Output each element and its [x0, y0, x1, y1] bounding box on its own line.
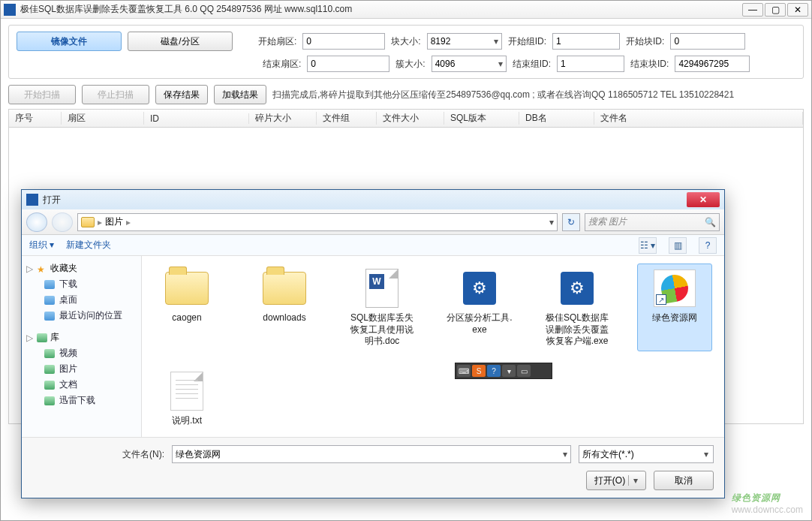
- search-icon: 🔍: [705, 217, 716, 227]
- open-dialog: 打开 ✕ ▸ 图片 ▸ ▾ ↻ 搜索 图片 🔍 组织 ▾ 新建文件夹 ☷ ▾ ▥…: [21, 189, 725, 498]
- col-frag[interactable]: 碎片大小: [249, 112, 317, 125]
- save-result-button[interactable]: 保存结果: [155, 85, 208, 104]
- block-size-label: 块大小:: [391, 35, 420, 48]
- sidebar-item-videos[interactable]: 视频: [25, 345, 138, 361]
- floating-ime-bar[interactable]: ⌨ S ? ▾ ▭: [455, 363, 552, 379]
- search-input[interactable]: 搜索 图片 🔍: [585, 213, 720, 231]
- image-file-button[interactable]: 镜像文件: [17, 32, 122, 51]
- word-doc-icon: W: [365, 269, 398, 308]
- col-seq[interactable]: 序号: [9, 112, 62, 125]
- dialog-nav: ▸ 图片 ▸ ▾ ↻ 搜索 图片 🔍: [22, 209, 724, 235]
- minimize-button[interactable]: —: [742, 3, 763, 17]
- ime-s-icon[interactable]: S: [472, 365, 486, 377]
- col-dbname[interactable]: DB名: [519, 112, 594, 125]
- help-button[interactable]: ?: [699, 237, 717, 254]
- start-block-label: 开始块ID:: [626, 35, 664, 48]
- start-block-input[interactable]: [670, 33, 745, 50]
- video-icon: [44, 349, 55, 358]
- preview-pane-button[interactable]: ▥: [669, 237, 687, 254]
- new-folder-button[interactable]: 新建文件夹: [66, 239, 111, 251]
- chevron-icon: ▷: [26, 264, 34, 274]
- col-filename[interactable]: 文件名: [594, 112, 803, 125]
- scan-hint: 扫描完成后,将碎片提取到其他分区压缩传至254897536@qq.com ; 或…: [272, 89, 734, 101]
- search-placeholder: 搜索 图片: [588, 215, 627, 228]
- cluster-size-combo[interactable]: 4096: [432, 56, 507, 72]
- refresh-button[interactable]: ↻: [562, 213, 580, 231]
- filename-input[interactable]: 绿色资源网▾: [172, 445, 571, 463]
- sidebar-item-recent[interactable]: 最近访问的位置: [25, 308, 138, 324]
- nav-forward-button[interactable]: [52, 212, 73, 232]
- end-sector-input[interactable]: [307, 56, 389, 72]
- app-title: 极佳SQL数据库误删除丢失覆盖恢复工具 6.0 QQ 254897536 网址 …: [20, 3, 742, 16]
- file-item-folder[interactable]: caogen: [149, 264, 224, 351]
- sidebar-libraries-group[interactable]: ▷ 库: [25, 330, 138, 345]
- file-item-doc[interactable]: W SQL数据库丢失恢复工具使用说明书.doc: [344, 264, 420, 351]
- table-header: 序号 扇区 ID 碎片大小 文件组 文件大小 SQL版本 DB名 文件名: [9, 110, 803, 128]
- open-button[interactable]: 打开(O)▾: [586, 471, 646, 490]
- ime-settings-icon[interactable]: ▭: [517, 365, 531, 377]
- dialog-icon: [26, 194, 38, 206]
- shortcut-icon: ↗: [654, 270, 696, 307]
- organize-menu[interactable]: 组织 ▾: [29, 239, 54, 251]
- crumb-sep-icon: ▸: [126, 217, 131, 227]
- file-list[interactable]: caogen downloads W SQL数据库丢失恢复工具使用说明书.doc…: [142, 256, 724, 437]
- start-sector-input[interactable]: [302, 33, 385, 50]
- dialog-bottom: 文件名(N): 绿色资源网▾ 所有文件(*.*) 打开(O)▾ 取消: [22, 437, 724, 498]
- sidebar-item-xunlei[interactable]: 迅雷下载: [25, 393, 138, 408]
- desktop-icon: [44, 296, 55, 305]
- start-scan-button[interactable]: 开始扫描: [8, 85, 76, 104]
- picture-icon: [44, 365, 55, 374]
- load-result-button[interactable]: 加载结果: [214, 85, 266, 104]
- exe-icon: ⚙: [463, 272, 496, 305]
- crumb-sep-icon: ▸: [98, 217, 102, 227]
- sidebar-item-desktop[interactable]: 桌面: [25, 292, 138, 308]
- file-item-txt[interactable]: 说明.txt: [149, 366, 224, 431]
- folder-icon: [165, 272, 209, 305]
- ime-close-icon[interactable]: ▾: [502, 365, 516, 377]
- file-item-shortcut[interactable]: ↗ 绿色资源网: [637, 264, 712, 351]
- breadcrumb[interactable]: ▸ 图片 ▸ ▾: [77, 213, 558, 231]
- chevron-icon: ▷: [26, 333, 34, 343]
- end-block-label: 结束块ID:: [630, 58, 669, 71]
- dialog-toolbar: 组织 ▾ 新建文件夹 ☷ ▾ ▥ ?: [22, 235, 724, 256]
- folder-icon: [44, 280, 55, 289]
- view-mode-button[interactable]: ☷ ▾: [639, 237, 657, 254]
- sidebar-item-documents[interactable]: 文档: [25, 377, 138, 393]
- end-block-input[interactable]: [675, 56, 750, 72]
- col-id[interactable]: ID: [144, 113, 249, 124]
- file-item-folder[interactable]: downloads: [247, 264, 322, 351]
- block-size-combo[interactable]: 8192: [427, 33, 502, 50]
- start-sector-label: 开始扇区:: [258, 35, 296, 48]
- file-item-exe[interactable]: ⚙ 极佳SQL数据库误删除丢失覆盖恢复客户端.exe: [540, 264, 615, 351]
- stop-scan-button[interactable]: 停止扫描: [82, 85, 149, 104]
- file-item-exe[interactable]: ⚙ 分区簇分析工具.exe: [442, 264, 517, 351]
- dialog-close-button[interactable]: ✕: [687, 192, 720, 207]
- col-sector[interactable]: 扇区: [62, 112, 144, 125]
- maximize-button[interactable]: ▢: [765, 3, 786, 17]
- ime-help-icon[interactable]: ?: [487, 365, 501, 377]
- dialog-titlebar: 打开 ✕: [22, 190, 724, 209]
- col-fsize[interactable]: 文件大小: [377, 112, 444, 125]
- exe-icon: ⚙: [561, 272, 594, 305]
- library-icon: [37, 333, 47, 342]
- end-group-input[interactable]: [557, 56, 624, 72]
- dialog-title: 打开: [43, 194, 687, 206]
- crumb-dropdown-icon[interactable]: ▾: [549, 217, 554, 227]
- controls-panel: 镜像文件 磁盘/分区 开始扇区: 块大小: 8192 开始组ID: 开始块ID:…: [8, 25, 804, 79]
- crumb-folder[interactable]: 图片: [105, 215, 123, 228]
- sidebar-item-pictures[interactable]: 图片: [25, 361, 138, 377]
- star-icon: ★: [37, 264, 47, 273]
- sidebar-item-downloads[interactable]: 下载: [25, 276, 138, 292]
- nav-back-button[interactable]: [26, 212, 47, 232]
- filetype-combo[interactable]: 所有文件(*.*): [579, 445, 714, 463]
- start-group-input[interactable]: [552, 33, 620, 50]
- col-sqlver[interactable]: SQL版本: [444, 112, 519, 125]
- sidebar-favorites-group[interactable]: ▷ ★ 收藏夹: [25, 260, 138, 276]
- folder-icon: [263, 272, 306, 305]
- disk-partition-button[interactable]: 磁盘/分区: [128, 32, 233, 51]
- recent-icon: [44, 312, 55, 321]
- cancel-button[interactable]: 取消: [654, 471, 714, 490]
- col-group[interactable]: 文件组: [317, 112, 377, 125]
- ime-icon[interactable]: ⌨: [457, 365, 471, 377]
- close-button[interactable]: ✕: [787, 3, 808, 17]
